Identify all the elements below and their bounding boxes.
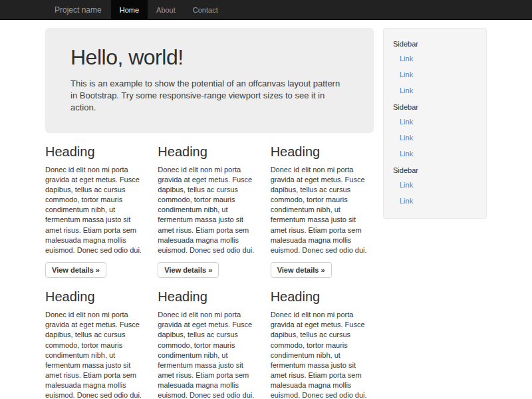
card-body-text: Donec id elit non mi porta gravida at eg…: [45, 310, 148, 399]
card-title: Heading: [271, 289, 374, 305]
sidebar-link[interactable]: Link: [384, 114, 486, 130]
feature-card: Heading Donec id elit non mi porta gravi…: [45, 278, 148, 399]
feature-card: Heading Donec id elit non mi porta gravi…: [158, 278, 261, 399]
nav-item-home[interactable]: Home: [111, 0, 148, 20]
navbar-container: Project name Home About Contact: [45, 0, 487, 19]
sidebar-group: Sidebar Link Link Link: [384, 35, 486, 98]
sidebar: Sidebar Link Link Link Sidebar Link Link…: [383, 28, 487, 219]
nav-item-contact[interactable]: Contact: [184, 0, 227, 20]
card-title: Heading: [45, 144, 148, 160]
sidebar-link[interactable]: Link: [384, 66, 486, 82]
nav-item-about[interactable]: About: [148, 0, 184, 20]
sidebar-link[interactable]: Link: [384, 51, 486, 66]
card-body-text: Donec id elit non mi porta gravida at eg…: [271, 165, 374, 256]
feature-card: Heading Donec id elit non mi porta gravi…: [158, 133, 261, 279]
view-details-button[interactable]: View details »: [158, 262, 219, 278]
sidebar-group-title: Sidebar: [384, 98, 486, 114]
jumbotron: Hello, world! This is an example to show…: [45, 28, 374, 133]
main-content: Hello, world! This is an example to show…: [45, 20, 374, 399]
sidebar-group: Sidebar Link Link: [384, 162, 486, 209]
sidebar-link[interactable]: Link: [384, 82, 486, 98]
card-title: Heading: [158, 144, 261, 160]
feature-card: Heading Donec id elit non mi porta gravi…: [271, 133, 374, 279]
top-navbar: Project name Home About Contact: [0, 0, 532, 20]
navbar-nav: Home About Contact: [111, 0, 227, 19]
sidebar-group: Sidebar Link Link Link: [384, 98, 486, 162]
sidebar-link[interactable]: Link: [384, 193, 486, 209]
card-body-text: Donec id elit non mi porta gravida at eg…: [158, 310, 261, 399]
content-row: Hello, world! This is an example to show…: [45, 20, 487, 399]
sidebar-column: Sidebar Link Link Link Sidebar Link Link…: [383, 20, 487, 219]
card-body-text: Donec id elit non mi porta gravida at eg…: [271, 310, 374, 399]
sidebar-group-title: Sidebar: [384, 35, 486, 51]
sidebar-group-title: Sidebar: [384, 162, 486, 177]
sidebar-link[interactable]: Link: [384, 177, 486, 193]
card-body-text: Donec id elit non mi porta gravida at eg…: [158, 165, 261, 256]
card-body-text: Donec id elit non mi porta gravida at eg…: [45, 165, 148, 256]
view-details-button[interactable]: View details »: [271, 262, 332, 278]
navbar-brand[interactable]: Project name: [45, 0, 111, 19]
feature-card: Heading Donec id elit non mi porta gravi…: [45, 133, 148, 279]
page-container: Hello, world! This is an example to show…: [45, 20, 487, 399]
card-title: Heading: [158, 289, 261, 305]
card-title: Heading: [271, 144, 374, 160]
jumbotron-title: Hello, world!: [70, 45, 348, 70]
feature-card: Heading Donec id elit non mi porta gravi…: [271, 278, 374, 399]
feature-cards-row-2: Heading Donec id elit non mi porta gravi…: [45, 278, 374, 399]
jumbotron-text: This is an example to show the potential…: [70, 78, 348, 114]
view-details-button[interactable]: View details »: [45, 262, 106, 278]
card-title: Heading: [45, 289, 148, 305]
sidebar-link[interactable]: Link: [384, 146, 486, 162]
feature-cards-row-1: Heading Donec id elit non mi porta gravi…: [45, 133, 374, 279]
sidebar-link[interactable]: Link: [384, 130, 486, 146]
